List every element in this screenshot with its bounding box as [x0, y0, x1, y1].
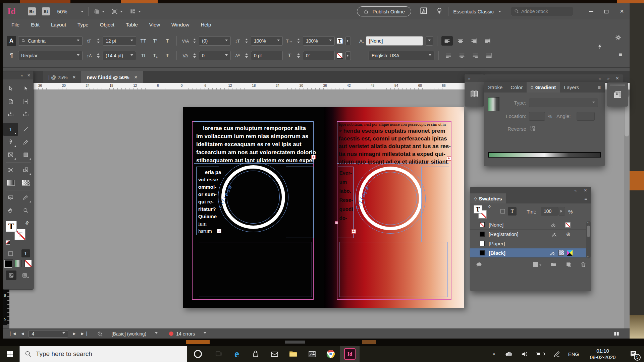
page-left[interactable]: lorerae cus moluptum remporpor alitaim v… — [183, 107, 324, 308]
character-style-field[interactable]: [None] — [366, 36, 423, 46]
overset-icon[interactable] — [311, 155, 316, 159]
font-family-field[interactable]: Cambria — [18, 36, 83, 46]
vertical-scrollbar[interactable]: ˄ — [624, 90, 630, 328]
preview-view-button[interactable] — [18, 270, 31, 280]
touch-workspace-button[interactable] — [419, 6, 428, 16]
all-caps-button[interactable]: TT — [138, 37, 148, 45]
cortana-button[interactable] — [187, 346, 209, 362]
vertical-scale-stepper[interactable] — [244, 39, 249, 43]
align-center-button[interactable] — [455, 36, 466, 46]
swatch-row-paper[interactable]: [Paper] — [470, 239, 587, 248]
pages-icon[interactable] — [612, 89, 623, 100]
close-button[interactable]: ✕ — [614, 3, 630, 19]
empty-frame-right[interactable] — [421, 167, 449, 242]
reverse-icon[interactable] — [529, 125, 536, 132]
text-frame-column-right[interactable]: Ever-umlabo.Rese-quodido- — [338, 167, 354, 238]
document-tab-active[interactable]: new f.indd @ 50% ✕ — [81, 71, 143, 83]
fill-proxy[interactable]: T — [474, 205, 482, 214]
collapse-icon[interactable]: « — [599, 76, 601, 81]
text-frame-intro-right[interactable]: Ique nobitatur, nest por alique nonse co… — [337, 121, 449, 164]
location-field[interactable] — [529, 112, 545, 121]
normal-view-button[interactable] — [6, 270, 16, 280]
swatch-row-none[interactable]: [None] — [470, 220, 587, 230]
collapsed-dock-left[interactable]: » — [465, 74, 484, 107]
default-fill-stroke-icon[interactable] — [6, 240, 10, 245]
skew-field[interactable]: 0° — [303, 51, 335, 60]
pen-tool[interactable] — [3, 136, 18, 148]
eyedropper-tool[interactable] — [18, 191, 33, 204]
small-caps-button[interactable]: Tt — [138, 51, 148, 60]
swatch-kind-button[interactable] — [533, 262, 542, 267]
stroke-color-chip[interactable] — [337, 53, 343, 59]
language-button[interactable]: ENG — [564, 346, 583, 362]
first-page-button[interactable]: ▏◀ — [10, 331, 16, 336]
rectangle-tool[interactable] — [18, 148, 33, 161]
tray-expand-button[interactable]: ˄ — [487, 346, 501, 362]
page-tool[interactable] — [3, 95, 18, 108]
gradient-ramp[interactable] — [488, 152, 601, 158]
empty-frame-left[interactable] — [286, 167, 314, 238]
subscript-button[interactable]: T₁ — [150, 51, 160, 60]
fill-color-chip[interactable]: T — [337, 38, 343, 44]
swap-fill-stroke-icon[interactable]: ⇄ — [24, 220, 30, 226]
type-tool[interactable]: T — [3, 123, 18, 136]
free-transform-tool[interactable] — [18, 164, 33, 176]
tab-gradient[interactable]: ◊Gradient — [527, 82, 560, 93]
angle-field[interactable] — [577, 112, 595, 121]
bridge-button[interactable]: Br — [28, 7, 36, 15]
close-icon[interactable]: ✕ — [27, 73, 31, 78]
leading-field[interactable]: (14.4 pt) — [103, 51, 136, 60]
page-right[interactable]: Ique nobitatur, nest por alique nonse co… — [324, 107, 465, 308]
frame-tool[interactable] — [3, 148, 18, 161]
expand-icon[interactable]: » — [468, 76, 470, 81]
overset-icon[interactable] — [217, 229, 221, 233]
close-icon[interactable]: ✕ — [134, 75, 138, 80]
skew-stepper[interactable] — [296, 53, 301, 58]
overset-icon[interactable] — [352, 229, 356, 234]
apply-none-button[interactable] — [24, 260, 32, 267]
cloud-swatch-icon[interactable] — [475, 261, 484, 268]
arrange-documents-button[interactable] — [129, 8, 141, 15]
scissors-tool[interactable] — [3, 164, 18, 176]
battery-button[interactable] — [532, 346, 549, 362]
underline-button[interactable]: T — [162, 37, 172, 45]
swatch-row-registration[interactable]: [Registration] ⊕ — [470, 230, 587, 239]
gradient-feather-tool[interactable] — [18, 176, 33, 189]
tools-panel-header[interactable]: « ✕ — [3, 71, 33, 79]
kerning-field[interactable]: (0) — [199, 36, 231, 46]
task-view-button[interactable] — [209, 346, 227, 362]
text-frame-column-left[interactable]: eria pavid esseommol-or sum-qui re-ritat… — [196, 167, 219, 235]
baseline-shift-stepper[interactable] — [244, 53, 249, 58]
collapse-icon[interactable]: « — [21, 73, 23, 78]
indesign-taskbar-button[interactable]: Id — [340, 346, 360, 362]
swap-fill-stroke-icon[interactable]: ⇄ — [487, 203, 492, 209]
formatting-affects-container-button[interactable] — [3, 248, 18, 258]
drag-handle[interactable] — [11, 80, 25, 82]
menu-item[interactable]: View — [149, 22, 160, 27]
hand-tool[interactable] — [3, 204, 18, 217]
view-options-button[interactable] — [93, 8, 105, 15]
spread-view-icon[interactable] — [613, 330, 620, 337]
chrome-button[interactable] — [321, 346, 340, 362]
text-frame-intro-left[interactable]: lorerae cus moluptum remporpor alitaim v… — [194, 121, 314, 164]
menu-item[interactable]: File — [11, 22, 19, 27]
note-tool[interactable] — [3, 191, 18, 204]
content-placer-tool[interactable] — [18, 108, 33, 121]
previous-page-button[interactable]: ◀ — [21, 331, 24, 336]
swatches-scrollbar[interactable]: ˄ ˅ — [586, 221, 591, 258]
scrollbar-thumb[interactable] — [587, 226, 590, 237]
close-icon[interactable]: ✕ — [615, 76, 619, 81]
menu-item[interactable]: Window — [171, 22, 189, 27]
fill-more-button[interactable] — [345, 37, 351, 45]
vertical-scale-field[interactable]: 100% — [251, 36, 283, 46]
tab-swatches[interactable]: ◊Swatches — [470, 193, 506, 203]
collapse-icon[interactable]: « — [575, 188, 577, 193]
menu-item[interactable]: Table — [126, 22, 138, 27]
volume-button[interactable] — [517, 346, 532, 362]
taskbar-search[interactable]: Type here to search — [19, 346, 187, 362]
new-group-folder-icon[interactable] — [550, 261, 557, 268]
formatting-affects-container-button[interactable] — [500, 209, 505, 214]
paragraph-formatting-button[interactable]: ¶ — [7, 51, 16, 61]
font-size-field[interactable]: 12 pt — [103, 36, 136, 46]
stock-button[interactable]: St — [42, 7, 50, 15]
